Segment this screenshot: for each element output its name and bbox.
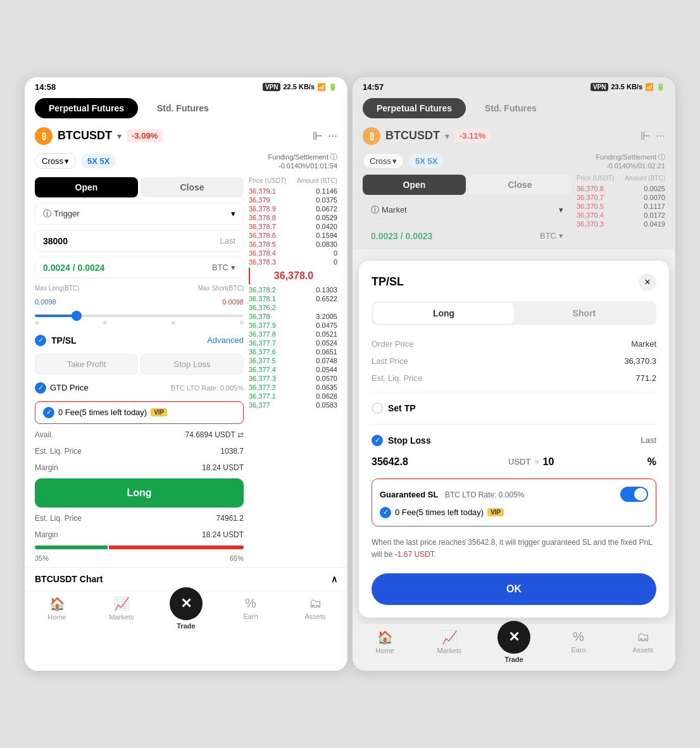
advanced-link[interactable]: Advanced [207, 335, 244, 345]
right-close-btn[interactable]: Close [468, 175, 572, 195]
ob-bid-6[interactable]: 36,377.8 0.0521 [249, 330, 337, 339]
right-more-icon[interactable]: ··· [656, 129, 665, 142]
nav-earn[interactable]: % Earn [218, 596, 283, 630]
right-coin-dropdown-icon[interactable]: ▾ [445, 131, 449, 141]
more-icon[interactable]: ··· [328, 129, 337, 142]
ob-mid-price[interactable]: 36,378.0 [249, 268, 337, 284]
nav-home[interactable]: 🏠 Home [25, 596, 89, 630]
left-funding-info: Funding/Settlement ⓘ -0.0140%/01:01:54 [268, 153, 337, 170]
modal-tab-long[interactable]: Long [373, 303, 514, 323]
right-nav-home[interactable]: 🏠 Home [353, 630, 417, 663]
right-ob-ask-4[interactable]: 36,370.4 0.0172 [577, 211, 665, 220]
trade-btn[interactable]: ✕ [170, 587, 203, 620]
nav-assets[interactable]: 🗂 Assets [283, 596, 347, 630]
right-cross-btn[interactable]: Cross ▾ [363, 153, 404, 169]
modal-tab-short[interactable]: Short [514, 303, 654, 323]
ob-ask-8[interactable]: 36,378.4 0 [249, 249, 337, 258]
open-btn[interactable]: Open [35, 177, 138, 197]
ob-bid-14[interactable]: 36,377 0.0583 [249, 401, 337, 409]
left-tab-perpetual[interactable]: Perpetual Futures [35, 98, 138, 118]
left-coin-change: -3.09% [127, 129, 163, 142]
fee-checkbox[interactable]: ✓ [43, 407, 54, 418]
ob-bid-8[interactable]: 36,377.6 0.0651 [249, 347, 337, 356]
ob-bid-2[interactable]: 36,378.1 0.6522 [249, 294, 337, 303]
ob-bid-12[interactable]: 36,377.2 0.0635 [249, 383, 337, 392]
battery-icon: 🔋 [328, 83, 337, 91]
gsl-toggle[interactable] [620, 487, 648, 502]
right-tab-perpetual[interactable]: Perpetual Futures [363, 98, 466, 118]
set-tp-checkbox[interactable] [372, 402, 383, 414]
amount-row[interactable]: 0.0024 / 0.0024 BTC ▾ [35, 257, 244, 278]
right-trade-btn[interactable]: ✕ [497, 621, 530, 654]
right-nav-trade[interactable]: ✕ Trade [482, 630, 546, 663]
modal-est-liq-label: Est. Liq. Price [372, 373, 422, 383]
right-ob-ask-1[interactable]: 36,370.8 0.0025 [577, 184, 665, 193]
price-input[interactable] [43, 236, 220, 246]
ob-ask-6[interactable]: 36,378.6 0.1594 [249, 231, 337, 240]
right-ob-ask-5[interactable]: 36,370.3 0.0419 [577, 220, 665, 228]
nav-trade[interactable]: ✕ Trade [154, 596, 218, 630]
close-btn[interactable]: Close [141, 177, 244, 197]
right-nav-assets[interactable]: 🗂 Assets [611, 630, 675, 663]
trigger-row[interactable]: ⓘ Trigger ▾ [35, 203, 244, 225]
ob-ask-1[interactable]: 36,379.1 0.1146 [249, 187, 337, 196]
right-ob-ask-3[interactable]: 36,370.5 0.1117 [577, 202, 665, 211]
ob-ask-4[interactable]: 36,378.8 0.0529 [249, 213, 337, 222]
ob-ask-2[interactable]: 36,379 0.0375 [249, 196, 337, 204]
price-row[interactable]: Last [35, 230, 244, 252]
right-phone-screen: 14:57 VPN 23.5 KB/s 📶 🔋 Perpetual Future… [353, 77, 675, 671]
gsl-fee-checkbox[interactable]: ✓ [380, 507, 391, 518]
ob-ask-5[interactable]: 36,378.7 0.0420 [249, 222, 337, 231]
modal-close-btn[interactable]: × [639, 273, 656, 291]
right-ob-ask-2[interactable]: 36,370.7 0.0070 [577, 193, 665, 202]
long-btn[interactable]: Long [35, 478, 244, 508]
modal-amount-input[interactable] [372, 456, 504, 468]
right-nav-markets[interactable]: 📈 Markets [417, 630, 482, 663]
ob-bid-3[interactable]: 36,376.2 [249, 303, 337, 312]
right-market-row[interactable]: ⓘ Market ▾ [363, 199, 572, 221]
ob-bid-9[interactable]: 36,377.5 0.0748 [249, 356, 337, 365]
ob-bid-7[interactable]: 36,377.7 0.0524 [249, 339, 337, 347]
ob-header: Price (USDT) Amount (BTC) [249, 177, 337, 184]
ob-bid-10[interactable]: 36,377.4 0.0544 [249, 365, 337, 374]
take-profit-tab[interactable]: Take Profit [35, 354, 138, 375]
ob-ask-3[interactable]: 36,378.9 0.0672 [249, 204, 337, 213]
left-cross-btn[interactable]: Cross ▾ [35, 153, 76, 169]
transfer-icon[interactable]: ⇄ [237, 430, 244, 439]
btc-icon: ₿ [35, 127, 53, 145]
ob-bid-5[interactable]: 36,377.9 0.0475 [249, 321, 337, 330]
sl-checkbox[interactable]: ✓ [372, 435, 383, 446]
modal-order-price-value: Market [631, 339, 656, 349]
right-status-right: VPN 23.5 KB/s 📶 🔋 [591, 83, 665, 91]
ob-ask-7[interactable]: 36,378.5 0.0830 [249, 240, 337, 249]
right-nav-earn[interactable]: % Earn [546, 630, 611, 663]
ob-bid-11[interactable]: 36,377.3 0.0570 [249, 374, 337, 383]
left-leverage-btn[interactable]: 5X 5X [81, 154, 116, 168]
tpsl-checkbox[interactable]: ✓ [35, 335, 46, 346]
stop-loss-tab[interactable]: Stop Loss [141, 354, 244, 375]
right-open-btn[interactable]: Open [363, 175, 466, 195]
right-amount-row[interactable]: 0.0023 / 0.0023 BTC ▾ [363, 225, 572, 247]
ob-ask-9[interactable]: 36,378.3 0 [249, 258, 337, 266]
nav-markets[interactable]: 📈 Markets [89, 596, 154, 630]
right-coin-name[interactable]: BTCUSDT [385, 129, 440, 142]
ob-bid-1[interactable]: 36,378.2 0.1303 [249, 285, 337, 294]
ob-bid-13[interactable]: 36,377.1 0.0628 [249, 392, 337, 401]
chart-icon[interactable]: ⊩ [313, 129, 323, 143]
right-tab-std[interactable]: Std. Futures [471, 98, 551, 118]
gsl-label-group: Guaranteed SL BTC LTO Rate: 0.005% [380, 489, 525, 500]
right-market-label: Market [382, 205, 407, 215]
gtd-checkbox[interactable]: ✓ [35, 382, 46, 394]
slider-row[interactable] [35, 312, 244, 327]
modal-sl-row: ✓ Stop Loss Last [372, 430, 656, 451]
right-leverage-btn[interactable]: 5X 5X [409, 154, 444, 168]
coin-dropdown-icon[interactable]: ▾ [117, 131, 122, 141]
modal-pct-input[interactable] [543, 456, 644, 468]
left-coin-name[interactable]: BTCUSDT [58, 129, 112, 142]
right-funding-info: Funding/Settlement ⓘ -0.0140%/01:02:21 [596, 153, 665, 170]
left-tab-std[interactable]: Std. Futures [143, 98, 223, 118]
ok-btn[interactable]: OK [372, 573, 656, 605]
tpsl-row[interactable]: ✓ TP/SL Advanced [35, 332, 244, 349]
right-chart-icon[interactable]: ⊩ [641, 129, 651, 143]
ob-bid-4[interactable]: 36,378 3.2005 [249, 312, 337, 321]
